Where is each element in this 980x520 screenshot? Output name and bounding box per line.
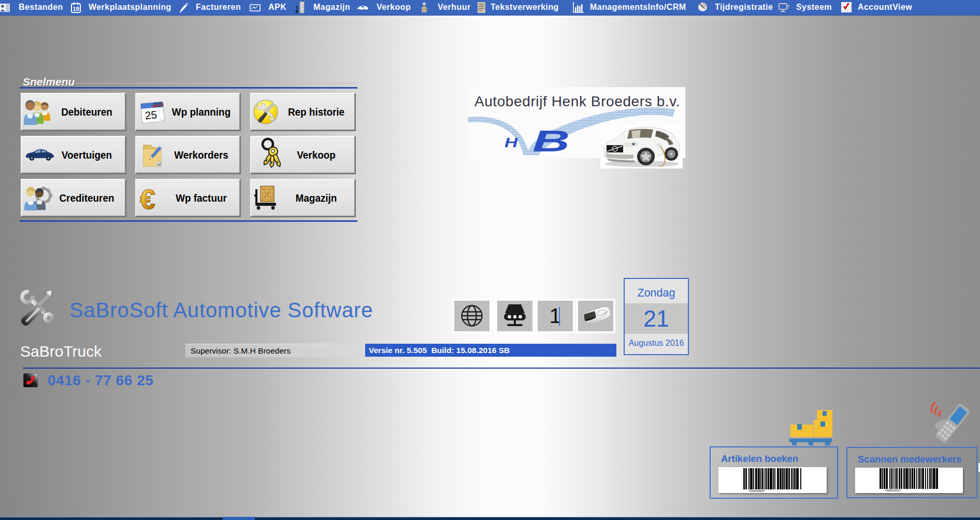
svg-text:H: H bbox=[505, 135, 518, 150]
svg-text:*00000000*: *00000000* bbox=[885, 489, 901, 491]
svg-text:B: B bbox=[532, 124, 570, 158]
svg-text:19: 19 bbox=[73, 6, 79, 12]
svg-text:€: € bbox=[140, 185, 155, 214]
svg-text:*00000000*: *00000000* bbox=[748, 489, 765, 492]
svg-text:25: 25 bbox=[145, 108, 157, 121]
